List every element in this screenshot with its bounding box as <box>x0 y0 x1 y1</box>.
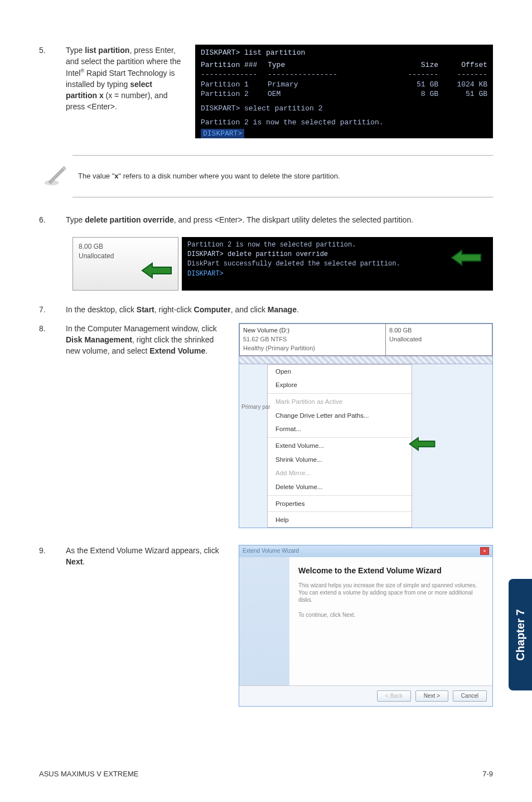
cancel-button[interactable]: Cancel <box>453 690 487 702</box>
wizard-title: Extend Volume Wizard <box>243 547 299 555</box>
step-6-text: Type delete partition override, and pres… <box>66 214 493 225</box>
menu-mark-active: Mark Partition as Active <box>268 395 412 409</box>
menu-add-mirror: Add Mirror... <box>268 466 412 480</box>
volume-size: 51.62 GB NTFS <box>243 335 382 344</box>
arrow-icon <box>141 262 172 282</box>
note-box: The value "x" refers to a disk number wh… <box>72 155 493 197</box>
menu-shrink-volume[interactable]: Shrink Volume... <box>268 453 412 467</box>
step-9-text: As the Extend Volume Wizard appears, cli… <box>66 545 229 568</box>
step-number: 7. <box>39 304 52 315</box>
menu-explore[interactable]: Explore <box>268 378 412 392</box>
wizard-desc: This wizard helps you increase the size … <box>298 582 483 603</box>
pencil-icon <box>43 162 68 190</box>
volume-health: Healthy (Primary Partition) <box>243 344 382 353</box>
diskpart-console-2: Partition 2 is now the selected partitio… <box>182 237 493 291</box>
menu-format[interactable]: Format... <box>268 422 412 436</box>
menu-delete-volume[interactable]: Delete Volume... <box>268 480 412 494</box>
arrow-icon <box>408 437 436 454</box>
unallocated-size: 8.00 GB <box>389 326 489 335</box>
back-button: < Back <box>377 690 411 702</box>
chapter-tab: Chapter 7 <box>509 579 532 690</box>
arrow-icon <box>451 249 482 269</box>
wizard-continue: To continue, click Next. <box>298 611 483 619</box>
close-icon[interactable]: × <box>480 547 489 555</box>
menu-extend-volume[interactable]: Extend Volume... <box>268 439 412 453</box>
step-number: 9. <box>39 545 52 568</box>
primary-partition-label: Primary par <box>241 403 270 412</box>
disk-unallocated-box: 8.00 GB Unallocated <box>72 237 178 291</box>
wizard-heading: Welcome to the Extend Volume Wizard <box>298 565 483 576</box>
wizard-sidebar <box>239 557 289 685</box>
step-number: 5. <box>39 45 52 113</box>
step-5-text: Type list partition, press Enter, and se… <box>66 45 184 113</box>
menu-open[interactable]: Open <box>268 365 412 379</box>
menu-help[interactable]: Help <box>268 513 412 527</box>
diskpart-console-1: DISKPART> list partition Partition ### T… <box>195 45 493 138</box>
step-8-text: In the Computer Management window, click… <box>66 323 229 357</box>
menu-change-letter[interactable]: Change Drive Letter and Paths... <box>268 409 412 423</box>
step-number: 8. <box>39 323 52 357</box>
disk-management-window: New Volume (D:) 51.62 GB NTFS Healthy (P… <box>239 323 493 528</box>
footer-right: 7-9 <box>482 769 493 780</box>
unallocated-status: Unallocated <box>389 335 489 344</box>
extend-volume-wizard: Extend Volume Wizard × Welcome to the Ex… <box>239 545 493 707</box>
next-button[interactable]: Next > <box>415 690 448 702</box>
menu-properties[interactable]: Properties <box>268 497 412 511</box>
step-7-text: In the desktop, click Start, right-click… <box>66 304 493 315</box>
step-number: 6. <box>39 214 52 225</box>
footer-left: ASUS MAXIMUS V EXTREME <box>39 769 138 780</box>
volume-title: New Volume (D:) <box>243 326 382 335</box>
context-menu[interactable]: Open Explore Mark Partition as Active Ch… <box>267 364 412 528</box>
